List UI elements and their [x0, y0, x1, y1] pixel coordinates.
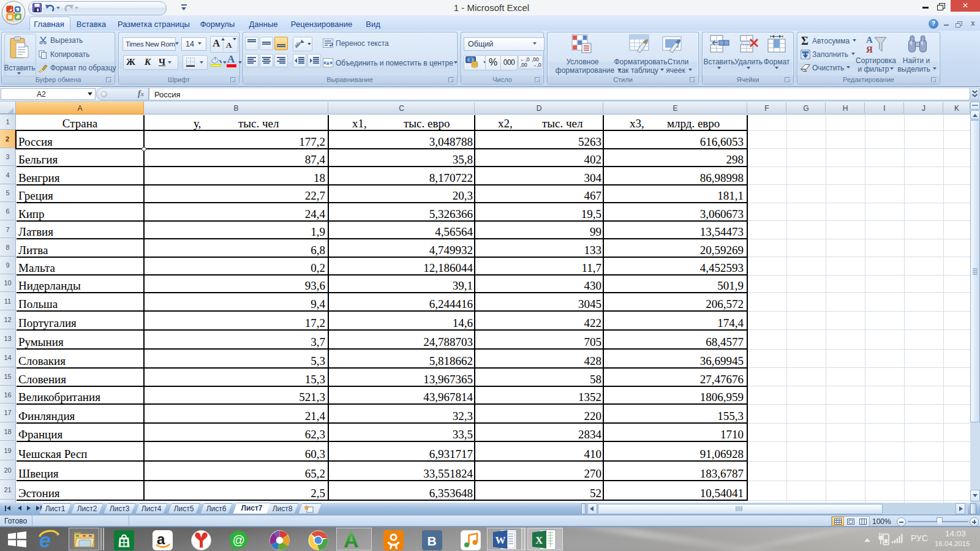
- svg-text:А: А: [866, 35, 873, 45]
- svg-text:W: W: [496, 534, 506, 546]
- svg-text:A: A: [344, 529, 359, 550]
- svg-text:X: X: [535, 534, 543, 546]
- svg-text:B: B: [428, 534, 437, 548]
- svg-text:a: a: [157, 531, 165, 547]
- svg-text:@: @: [233, 533, 245, 547]
- svg-text:ab: ab: [294, 40, 301, 49]
- svg-text:a: a: [326, 60, 329, 66]
- svg-text:Я: Я: [866, 45, 873, 54]
